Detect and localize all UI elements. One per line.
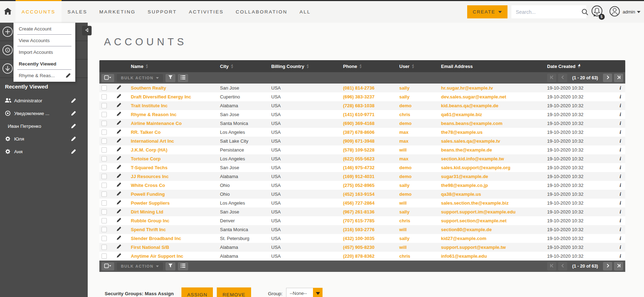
email-link[interactable]: sales.sales.qa@example.tv [441,138,500,144]
user-link[interactable]: demo [399,174,412,179]
pencil-icon[interactable] [116,254,121,259]
info-icon[interactable]: i [620,85,621,91]
column-header-city[interactable]: City▵▿ [216,64,267,69]
column-header-phone[interactable]: Phone▵▿ [339,64,395,69]
assign-button[interactable]: ASSIGN [181,287,213,297]
user-link[interactable]: will [399,245,407,250]
account-name-link[interactable]: Southern Realty [131,85,166,91]
pencil-icon[interactable] [71,149,76,154]
phone-link[interactable]: (728) 683-1038 [343,103,375,108]
email-link[interactable]: kid.beans.qa@example.de [441,103,498,108]
info-icon[interactable]: i [620,129,621,135]
phone-link[interactable]: (909) 671-3948 [343,138,375,144]
row-checkbox[interactable] [101,253,107,259]
phone-link[interactable]: (275) 052-8965 [343,183,375,188]
account-name-link[interactable]: International Art Inc [131,138,174,144]
info-icon[interactable]: i [620,173,621,179]
pencil-icon[interactable] [116,210,121,215]
sidebar-item-юля[interactable]: Юля [0,132,88,145]
info-icon[interactable]: i [620,227,621,232]
row-checkbox[interactable] [101,94,107,99]
sidebar-collapse-button[interactable] [82,26,92,35]
email-link[interactable]: the78@example.us [441,130,482,135]
user-link[interactable]: max [399,156,408,161]
info-icon[interactable]: i [620,200,621,206]
account-name-link[interactable]: Anytime Air Support Inc [131,253,183,259]
group-select[interactable]: --None-- [286,288,323,297]
phone-link[interactable]: (081) 814-2736 [343,85,375,91]
account-name-link[interactable]: Airline Maintenance Co [131,121,182,126]
pencil-icon[interactable] [71,136,76,142]
row-checkbox[interactable] [101,245,107,250]
tab-support[interactable]: SUPPORT [142,1,183,23]
row-checkbox[interactable] [101,130,107,135]
info-icon[interactable]: i [620,235,621,241]
phone-link[interactable]: (696) 383-3237 [343,94,375,99]
account-name-link[interactable]: JJ Resources Inc [131,174,169,179]
info-icon[interactable]: i [620,218,621,223]
next-page-button[interactable] [603,74,612,82]
tab-accounts[interactable]: ACCOUNTS [16,1,62,23]
phone-link[interactable]: (387) 678-8606 [343,130,375,135]
pencil-icon[interactable] [65,73,71,78]
sidebar-item-administrator[interactable]: Administrator [0,94,88,107]
bulk-action-button[interactable]: BULK ACTION [117,262,163,270]
account-name-link[interactable]: RR. Talker Co [131,130,161,135]
last-page-button[interactable] [614,74,623,82]
email-link[interactable]: dev.sales.sugar@example.net [441,94,506,99]
next-page-button[interactable] [603,262,612,270]
home-button[interactable] [0,1,16,23]
row-checkbox[interactable] [101,165,107,170]
account-name-link[interactable]: Rhyme & Reason Inc [131,112,176,117]
phone-link[interactable]: (316) 593-2776 [343,227,375,232]
email-link[interactable]: section.kid.info@example.tw [441,156,504,161]
row-checkbox[interactable] [101,121,107,126]
user-link[interactable]: chris [399,112,410,117]
info-icon[interactable]: i [620,120,621,126]
pencil-icon[interactable] [116,112,121,118]
pencil-icon[interactable] [116,103,121,109]
user-link[interactable]: sally [399,183,410,188]
row-checkbox[interactable] [101,218,107,223]
info-icon[interactable]: i [620,253,621,259]
email-link[interactable]: beans.the@example.de [441,147,492,153]
phone-link[interactable]: (967) 261-8136 [343,209,375,215]
user-link[interactable]: demo [399,192,412,197]
email-link[interactable]: beans.beans@example.com [441,121,503,126]
pencil-icon[interactable] [116,236,121,241]
info-icon[interactable]: i [620,244,621,250]
column-header-user[interactable]: User▵▿ [395,64,437,69]
account-name-link[interactable]: Dirt Mining Ltd [131,209,163,215]
phone-link[interactable]: (452) 163-9154 [343,192,375,197]
menu-item-rhyme-reas[interactable]: Rhyme & Reas... [14,70,75,81]
email-link[interactable]: info61@example.edu [441,253,487,259]
row-checkbox[interactable] [101,156,107,161]
pencil-icon[interactable] [71,98,76,103]
pencil-icon[interactable] [116,139,121,144]
create-button[interactable]: CREATE [467,5,507,18]
user-link[interactable]: sally [399,209,410,215]
column-chooser-button[interactable] [178,262,188,270]
row-checkbox[interactable] [101,236,107,241]
info-icon[interactable]: i [620,147,621,153]
info-icon[interactable]: i [620,138,621,144]
email-link[interactable]: kid27@example.com [441,236,486,241]
notifications-button[interactable]: 5 [590,5,604,19]
email-link[interactable]: support.section@example.net [441,218,506,223]
filter-button[interactable] [166,262,175,270]
email-link[interactable]: qa61@example.biz [441,112,482,117]
info-icon[interactable]: i [620,165,621,170]
pencil-icon[interactable] [116,130,121,135]
user-link[interactable]: sally [399,236,410,241]
account-name-link[interactable]: Draft Diversified Energy Inc [131,94,191,99]
pencil-icon[interactable] [116,192,121,197]
prev-page-button[interactable] [558,74,567,82]
email-link[interactable]: section80@example.de [441,227,492,232]
prev-page-button[interactable] [558,262,567,270]
tab-collaboration[interactable]: COLLABORATION [230,1,294,23]
search-input[interactable] [511,9,581,15]
pencil-icon[interactable] [71,111,76,116]
pencil-icon[interactable] [116,95,121,100]
row-checkbox[interactable] [101,192,107,197]
menu-item-recently-viewed[interactable]: Recently Viewed [14,58,75,70]
